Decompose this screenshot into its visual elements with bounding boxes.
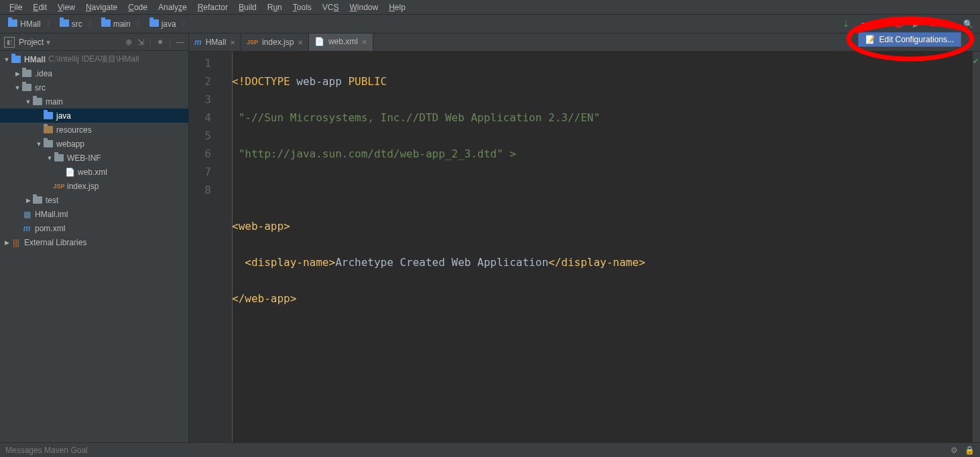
run-config-dropdown[interactable]: ▾ — [858, 19, 869, 29]
maven-file-icon: m — [194, 38, 202, 47]
breadcrumb-main[interactable]: main — [97, 17, 135, 31]
expand-icon[interactable]: ▶ — [13, 70, 21, 77]
run-icon[interactable]: ▶ — [875, 19, 886, 29]
close-icon[interactable]: × — [230, 38, 235, 48]
editor-area: m HMall × JSP index.jsp × 📄 web.xml × 1 … — [189, 34, 980, 442]
folder-icon — [21, 70, 32, 77]
coverage-icon[interactable]: ▶ — [910, 19, 921, 29]
tree-java[interactable]: java — [0, 109, 188, 123]
tree-label: .idea — [35, 69, 52, 78]
tree-webapp[interactable]: ▼ webapp — [0, 137, 188, 151]
settings-icon[interactable]: ✷ — [157, 38, 164, 47]
structure-icon[interactable]: ⧉ — [945, 19, 956, 29]
menu-build[interactable]: Build — [233, 1, 262, 14]
chevron-right-icon: 〉 — [86, 18, 97, 29]
expand-icon[interactable]: ▼ — [35, 141, 43, 147]
tree-label: resources — [56, 125, 92, 135]
menu-view[interactable]: View — [52, 1, 80, 14]
tree-src[interactable]: ▼ src — [0, 80, 188, 94]
tree-webinf[interactable]: ▼ WEB-INF — [0, 151, 188, 165]
line-number: 7 — [189, 163, 231, 181]
tree-root-path: C:\Intellij IDEA项目\HMall — [48, 54, 139, 65]
expand-icon[interactable]: ▶ — [24, 197, 32, 204]
scroll-from-icon[interactable]: ⊕ — [125, 38, 132, 47]
line-number: 5 — [189, 127, 231, 145]
menu-refactor[interactable]: Refactor — [192, 1, 233, 14]
collapse-icon[interactable]: ⇲ — [137, 38, 144, 47]
divider: | — [149, 38, 151, 47]
folder-icon — [21, 84, 32, 91]
breadcrumb-java[interactable]: java — [145, 17, 180, 31]
line-number: 4 — [189, 109, 231, 127]
tree-idea[interactable]: ▶ .idea — [0, 66, 188, 80]
gear-icon[interactable]: ⚙ — [951, 446, 958, 455]
folder-icon — [101, 19, 111, 29]
tree-label: main — [46, 97, 63, 107]
menu-navigate[interactable]: Navigate — [80, 1, 123, 14]
tab-hmall[interactable]: m HMall × — [189, 34, 241, 51]
tree-label: pom.xml — [35, 224, 65, 233]
jsp-file-icon: JSP — [54, 183, 64, 190]
close-icon[interactable]: × — [298, 38, 303, 48]
expand-icon[interactable]: ▼ — [46, 155, 54, 161]
tree-indexjsp[interactable]: JSP index.jsp — [0, 179, 188, 193]
expand-icon[interactable]: ▼ — [24, 99, 32, 105]
project-tree[interactable]: ▼ HMall C:\Intellij IDEA项目\HMall ▶ .idea… — [0, 51, 188, 442]
menu-tools[interactable]: Tools — [288, 1, 317, 14]
tree-main[interactable]: ▼ main — [0, 94, 188, 109]
folder-icon — [32, 98, 43, 105]
menu-window[interactable]: Window — [344, 1, 383, 14]
tree-label: test — [46, 196, 58, 205]
code-text: web-app — [296, 75, 348, 88]
code-text: Archetype Created Web Application — [335, 256, 548, 269]
debug-icon[interactable]: 🐞 — [893, 19, 904, 29]
hide-icon[interactable]: — — [176, 38, 184, 47]
status-left[interactable]: Messages Maven Goal — [5, 446, 88, 455]
tree-label: java — [56, 111, 71, 121]
menu-run[interactable]: Run — [262, 1, 288, 14]
tree-iml[interactable]: ▦ HMall.iml — [0, 207, 188, 221]
menu-code[interactable]: Code — [123, 1, 153, 14]
tab-label: HMall — [206, 38, 227, 47]
expand-icon[interactable]: ▼ — [3, 56, 11, 63]
chevron-right-icon: 〉 — [135, 18, 145, 29]
chevron-down-icon[interactable]: ▾ — [46, 38, 50, 47]
search-everywhere-icon[interactable]: 🔍 — [963, 19, 973, 29]
menu-analyze[interactable]: Analyze — [153, 1, 192, 14]
tree-pom[interactable]: m pom.xml — [0, 221, 188, 235]
edit-configurations-item[interactable]: 📝 Edit Configurations... — [858, 32, 961, 47]
breadcrumb-root[interactable]: HMall — [4, 17, 45, 31]
tab-webxml[interactable]: 📄 web.xml × — [309, 34, 373, 51]
tree-external-libs[interactable]: ▶ ||| External Libraries — [0, 235, 188, 249]
code-text: <!DOCTYPE — [232, 75, 296, 88]
expand-icon[interactable]: ▶ — [3, 239, 11, 246]
code-editor[interactable]: 1 2 3 4 5 6 7 8 <!DOCTYPE web-app PUBLIC… — [189, 52, 980, 442]
close-icon[interactable]: × — [362, 37, 367, 47]
source-folder-icon — [43, 112, 54, 119]
folder-icon — [149, 19, 159, 29]
breadcrumb-java-label: java — [162, 19, 176, 29]
menu-vcs[interactable]: VCS — [317, 1, 345, 14]
tab-indexjsp[interactable]: JSP index.jsp × — [241, 34, 309, 51]
tree-root[interactable]: ▼ HMall C:\Intellij IDEA项目\HMall — [0, 52, 188, 66]
menu-edit[interactable]: Edit — [27, 1, 52, 14]
lock-icon[interactable]: 🔒 — [965, 446, 975, 455]
build-icon[interactable]: ⇣ — [841, 19, 851, 29]
menu-file[interactable]: File — [4, 1, 27, 14]
tree-resources[interactable]: resources — [0, 123, 188, 137]
tree-webxml[interactable]: 📄 web.xml — [0, 165, 188, 179]
tree-test[interactable]: ▶ test — [0, 193, 188, 207]
breadcrumb-bar: HMall 〉 src 〉 main 〉 java 〉 ⇣ ▾ ▶ 🐞 ▶ ■ … — [0, 15, 980, 34]
expand-icon[interactable]: ▼ — [13, 84, 21, 91]
error-stripe[interactable]: ✔ — [972, 52, 980, 442]
folder-icon — [32, 196, 43, 204]
divider: | — [169, 38, 171, 47]
project-view-icon[interactable]: ◧ — [4, 37, 15, 48]
stop-icon[interactable]: ■ — [928, 19, 938, 29]
chevron-right-icon: 〉 — [45, 18, 56, 29]
code-content[interactable]: <!DOCTYPE web-app PUBLIC "-//Sun Microsy… — [232, 52, 972, 442]
menu-help[interactable]: Help — [383, 1, 411, 14]
edit-config-label: Edit Configurations... — [879, 35, 954, 44]
breadcrumb-src[interactable]: src — [56, 17, 86, 31]
code-text: </web-app> — [232, 292, 296, 305]
